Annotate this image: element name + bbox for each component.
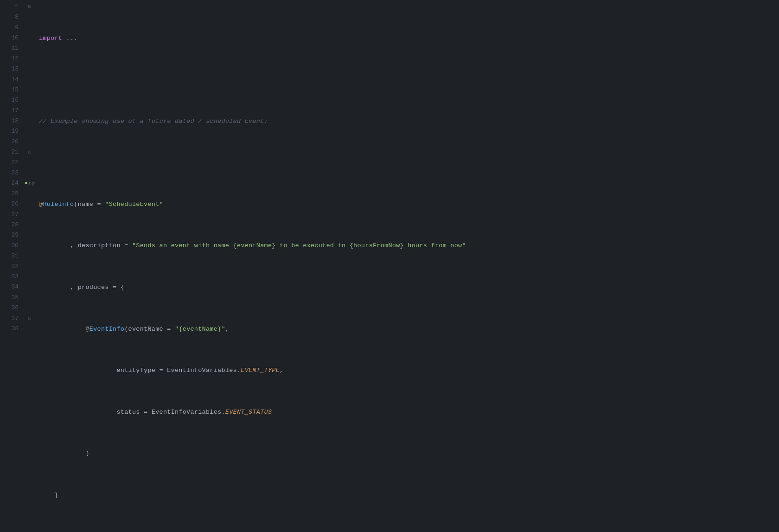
token-12-b: "Sends an event with name {eventName} to… — [132, 241, 466, 251]
gutter-10 — [24, 33, 35, 43]
token-13: , produces = { — [39, 282, 124, 293]
gutter-35 — [24, 293, 35, 303]
code-line-15: entityType = EventInfoVariables.EVENT_TY… — [39, 365, 779, 376]
line-num-18: 18 — [0, 116, 19, 126]
line-num-31: 31 — [0, 251, 19, 261]
code-line-8 — [39, 75, 779, 85]
line-num-35: 35 — [0, 293, 19, 303]
gutter-13 — [24, 64, 35, 74]
token-14-d: , — [225, 324, 229, 334]
gutter-38 — [24, 324, 35, 334]
gutter-29 — [24, 231, 35, 241]
line-num-30: 30 — [0, 241, 19, 251]
line-num-26: 26 — [0, 199, 19, 209]
gutter-14 — [24, 75, 35, 85]
token-16-b: EVENT_STATUS — [225, 407, 272, 417]
token-15-c: , — [280, 365, 283, 376]
line-num-1: 1 — [0, 2, 19, 12]
line-num-14: 14 — [0, 75, 19, 85]
token-15-a: entityType = EventInfoVariables. — [39, 365, 241, 376]
gutter-31 — [24, 251, 35, 261]
line-num-20: 20 — [0, 137, 19, 147]
line-num-24: 24 — [0, 179, 19, 189]
gutter-25 — [24, 189, 35, 199]
line-num-22: 22 — [0, 158, 19, 168]
line-num-17: 17 — [0, 106, 19, 116]
gutter-30 — [24, 241, 35, 251]
token-14-b: (eventName = — [124, 324, 175, 334]
gutter-11 — [24, 44, 35, 54]
line-num-36: 36 — [0, 303, 19, 313]
line-num-16: 16 — [0, 96, 19, 106]
gutter-1[interactable]: ⊟ — [24, 2, 35, 12]
token-comment-9: // Example showing use of a future dated… — [39, 116, 268, 127]
line-num-10: 10 — [0, 33, 19, 43]
token-at-11: @ — [39, 199, 43, 210]
code-line-9: // Example showing use of a future dated… — [39, 116, 779, 126]
gutter-22 — [24, 158, 35, 168]
line-num-9: 9 — [0, 23, 19, 33]
gutter-24: ●↑ @ — [24, 179, 35, 189]
gutter-15 — [24, 85, 35, 95]
code-line-12: , description = "Sends an event with nam… — [39, 241, 779, 251]
code-content: import ... // Example showing use of a f… — [35, 0, 779, 532]
code-line-18: } — [39, 490, 779, 500]
token-17: ) — [39, 449, 89, 459]
token-ruleinfo: RuleInfo — [43, 199, 74, 210]
line-num-8: 8 — [0, 12, 19, 22]
code-line-17: ) — [39, 449, 779, 459]
line-num-28: 28 — [0, 220, 19, 230]
token-16-a: status = EventInfoVariables. — [39, 407, 225, 417]
line-num-11: 11 — [0, 44, 19, 54]
token-import: import — [39, 33, 62, 44]
fold-icon-37[interactable]: ⊟ — [28, 314, 32, 323]
line-num-25: 25 — [0, 189, 19, 199]
gutter-26 — [24, 199, 35, 209]
token-12-a: , description = — [39, 241, 132, 251]
token-15-b: EVENT_TYPE — [241, 365, 280, 376]
line-num-23: 23 — [0, 168, 19, 178]
line-numbers: 1 8 9 10 11 12 13 14 15 16 17 18 19 20 2… — [0, 0, 24, 532]
gutter-34 — [24, 282, 35, 293]
token-18: } — [39, 490, 58, 500]
code-line-13: , produces = { — [39, 282, 779, 293]
token-11-b: "ScheduleEvent" — [105, 199, 163, 210]
line-num-27: 27 — [0, 210, 19, 220]
gutter-36 — [24, 303, 35, 313]
line-num-29: 29 — [0, 231, 19, 241]
gutter-32 — [24, 262, 35, 272]
gutter-8 — [24, 12, 35, 22]
token-14-a — [39, 324, 85, 334]
code-line-1: import ... — [39, 33, 779, 43]
token-at-14: @ — [85, 324, 89, 334]
line-num-15: 15 — [0, 85, 19, 95]
gutter-19 — [24, 127, 35, 137]
gutter-21[interactable]: ⊟ — [24, 147, 35, 157]
gutter-17 — [24, 106, 35, 116]
token-eventinfo: EventInfo — [89, 324, 124, 334]
line-num-12: 12 — [0, 54, 19, 64]
line-num-38: 38 — [0, 324, 19, 334]
gutter-16 — [24, 96, 35, 106]
gutter-20 — [24, 137, 35, 147]
line-num-37: 37 — [0, 314, 19, 324]
gutter-18 — [24, 116, 35, 126]
gutter-at-icon: @ — [32, 179, 35, 188]
gutter-12 — [24, 54, 35, 64]
gutter-37[interactable]: ⊟ — [24, 314, 35, 324]
fold-icon-1[interactable]: ⊟ — [28, 3, 32, 11]
gutter-27 — [24, 210, 35, 220]
code-line-14: @EventInfo(eventName = "{eventName}", — [39, 324, 779, 334]
code-line-11: @RuleInfo(name = "ScheduleEvent" — [39, 199, 779, 209]
gutter-23 — [24, 168, 35, 178]
code-editor: 1 8 9 10 11 12 13 14 15 16 17 18 19 20 2… — [0, 0, 779, 532]
line-num-33: 33 — [0, 272, 19, 282]
debug-dot-icon: ●↑ — [25, 179, 31, 188]
line-num-21: 21 — [0, 147, 19, 157]
fold-icon-21[interactable]: ⊟ — [28, 148, 32, 157]
code-line-10 — [39, 158, 779, 168]
gutter-9 — [24, 23, 35, 33]
gutter-33 — [24, 272, 35, 282]
token-ellipsis: ... — [62, 33, 78, 44]
line-num-32: 32 — [0, 262, 19, 272]
